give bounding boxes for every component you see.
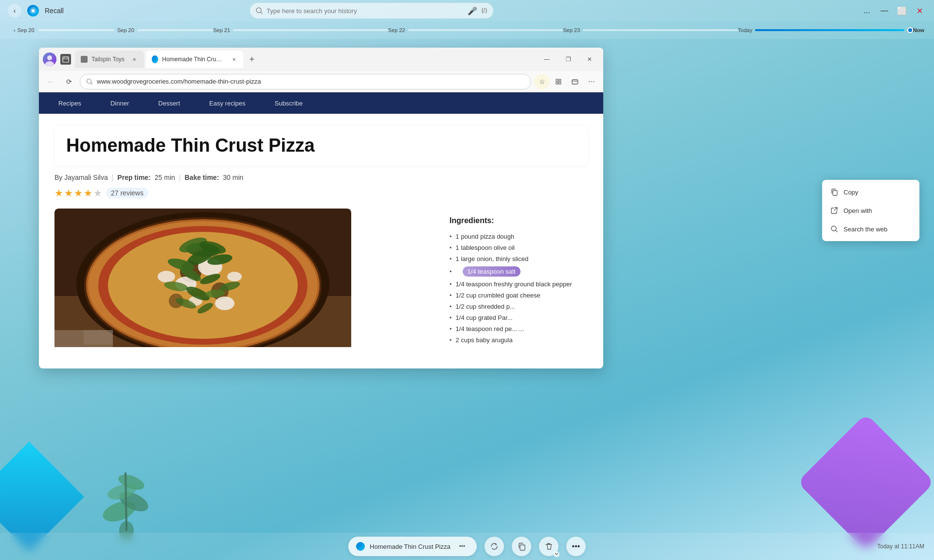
recall-search-container: 🎤 ⟨/⟩ (250, 3, 493, 18)
taskbar-browser-item[interactable]: Homemade Thin Crust Pizza ••• (348, 537, 477, 556)
timeline-bar-sep22 (408, 29, 563, 31)
ingredient-text-9: 1/4 teaspoon red pe... ... (456, 325, 524, 332)
nav-item-recipes[interactable]: Recipes (58, 98, 81, 109)
svg-point-30 (227, 272, 242, 281)
ingredient-item-9: 1/4 teaspoon red pe... ... (449, 323, 580, 334)
mic-icon[interactable]: 🎤 (467, 6, 477, 16)
tab-favicon-tailspin (81, 56, 88, 63)
prep-label: Prep time: (117, 174, 150, 181)
taskbar-refresh-button[interactable] (485, 537, 504, 556)
browser-tab-tailspin[interactable]: Tailspin Toys ✕ (75, 51, 144, 68)
timeline-spacer-sep20 (137, 29, 213, 31)
recipe-author: By Jayamali Silva (54, 174, 108, 181)
browser-reload-button[interactable]: ⟳ (61, 74, 77, 89)
browser-profile-avatar[interactable] (43, 52, 56, 66)
timeline-bar-today (755, 29, 904, 31)
timeline-item-today: Today (738, 27, 913, 33)
recall-back-button[interactable]: ‹ (8, 4, 21, 18)
browser-address-bar (80, 74, 531, 89)
browser-minimize-button[interactable]: — (537, 51, 557, 68)
recall-search-input[interactable] (267, 7, 464, 15)
tab-close-pizza[interactable]: ✕ (231, 55, 237, 63)
svg-rect-11 (63, 57, 69, 62)
browser-maximize-button[interactable]: ❐ (558, 51, 578, 68)
recipe-title: Homemade Thin Crust Pizza (66, 135, 576, 156)
copy-label: Copy (844, 189, 858, 196)
browser-more-button[interactable]: ⋯ (584, 74, 599, 89)
tab-label-pizza: Homemade Thin Crust Pizza (162, 56, 225, 63)
new-tab-button[interactable]: + (245, 52, 259, 66)
search-icon (256, 7, 263, 14)
timeline-back-button[interactable]: ‹ Sep 20 (10, 25, 38, 35)
open-with-icon (830, 206, 839, 215)
browser-close-button[interactable]: ✕ (580, 51, 599, 68)
timeline-label-sep21: Sep 21 (213, 27, 230, 33)
browser-tab-pizza[interactable]: Homemade Thin Crust Pizza ✕ (146, 51, 243, 68)
review-count: 27 reviews (106, 188, 148, 198)
svg-line-5 (126, 472, 126, 531)
taskbar-timestamp: Today at 11:11AM (877, 543, 924, 550)
recall-more-button[interactable]: ... (860, 4, 874, 18)
bake-label: Bake time: (184, 174, 219, 181)
taskbar-copy-button[interactable] (512, 537, 531, 556)
browser-tabs: Tailspin Toys ✕ Homemade Thin Crust Pizz… (75, 51, 533, 68)
recall-header: ‹ Recall 🎤 ⟨/⟩ ... — ⬜ ✕ (0, 0, 934, 21)
star-5: ★ (93, 187, 102, 199)
highlight-dot (456, 270, 460, 274)
search-web-icon (830, 225, 839, 233)
svg-point-28 (215, 297, 234, 310)
pizza-image (54, 209, 351, 347)
svg-rect-49 (833, 191, 837, 195)
timeline-label-today: Today (738, 27, 752, 33)
timeline: ‹ Sep 20 Sep 20 Sep 21 Sep 22 Sep 23 Tod… (0, 21, 934, 39)
calendar-icon[interactable] (60, 54, 71, 65)
star-rating: ★ ★ ★ ★ ★ (54, 187, 102, 199)
nav-item-dinner[interactable]: Dinner (110, 98, 129, 109)
ingredient-text-1: 1 pound pizza dough (456, 233, 515, 240)
browser-wallet-button[interactable] (567, 74, 583, 89)
ingredient-text-5: 1/4 teaspoon freshly ground black pepper (456, 280, 572, 288)
browser-toolbar-actions: ☆ ⋯ (534, 74, 599, 89)
star-3: ★ (74, 187, 83, 199)
ingredient-item-2: 1 tablespoon olive oil (449, 242, 580, 253)
ingredient-item-7: 1/2 cup shredded p... (449, 301, 580, 312)
ingredient-text-8: 1/4 cup grated Par... (456, 314, 513, 321)
timeline-bar-sep20 (38, 29, 114, 31)
taskbar-more-options-button[interactable]: ••• (566, 537, 586, 556)
recall-close-button[interactable]: ✕ (913, 4, 926, 18)
browser-window-controls: — ❐ ✕ (537, 51, 599, 68)
timeline-item-sep20: Sep 20 (38, 27, 214, 33)
address-search-icon (86, 78, 93, 85)
recall-minimize-button[interactable]: — (878, 4, 891, 18)
address-input[interactable] (97, 78, 525, 85)
recall-header-actions: ... — ⬜ ✕ (860, 4, 926, 18)
ingredient-item-3: 1 large onion, thinly sliced (449, 253, 580, 264)
taskbar-item-label: Homemade Thin Crust Pizza (370, 543, 450, 550)
recipe-meta: By Jayamali Silva | Prep time: 25 min | … (54, 174, 588, 181)
ingredient-item-4-highlighted[interactable]: 1/4 teaspoon salt (449, 264, 580, 279)
tab-close-tailspin[interactable]: ✕ (130, 55, 138, 63)
ingredient-text-6: 1/2 cup crumbled goat cheese (456, 292, 540, 299)
nav-item-subscribe[interactable]: Subscribe (274, 98, 303, 109)
code-view-icon[interactable]: ⟨/⟩ (481, 7, 487, 14)
ingredients-panel: Ingredients: 1 pound pizza dough 1 table… (442, 209, 588, 347)
nav-item-dessert[interactable]: Dessert (158, 98, 180, 109)
prep-time: 25 min (155, 174, 175, 181)
browser-favorites-button[interactable]: ☆ (534, 74, 550, 89)
browser-back-button[interactable]: ← (43, 74, 58, 89)
timeline-bar-sep23 (583, 29, 738, 31)
ingredient-highlight-wrapper: 1/4 teaspoon salt (456, 266, 521, 277)
context-menu-copy[interactable]: Copy (822, 183, 919, 201)
star-2: ★ (64, 187, 73, 199)
recall-maximize-button[interactable]: ⬜ (895, 4, 909, 18)
timeline-label-sep20: Sep 20 (117, 27, 134, 33)
context-menu-search-web[interactable]: Search the web (822, 220, 919, 238)
context-menu-open-with[interactable]: Open with (822, 201, 919, 220)
nav-item-easy-recipes[interactable]: Easy recipes (209, 98, 245, 109)
ingredient-text-3: 1 large onion, thinly sliced (456, 255, 529, 262)
timeline-label-sep23: Sep 23 (563, 27, 580, 33)
taskbar-more-button[interactable]: ••• (455, 540, 469, 553)
timeline-item-sep21: Sep 21 (213, 27, 388, 33)
browser-collections-button[interactable] (551, 74, 566, 89)
tab-label-tailspin: Tailspin Toys (91, 56, 125, 63)
